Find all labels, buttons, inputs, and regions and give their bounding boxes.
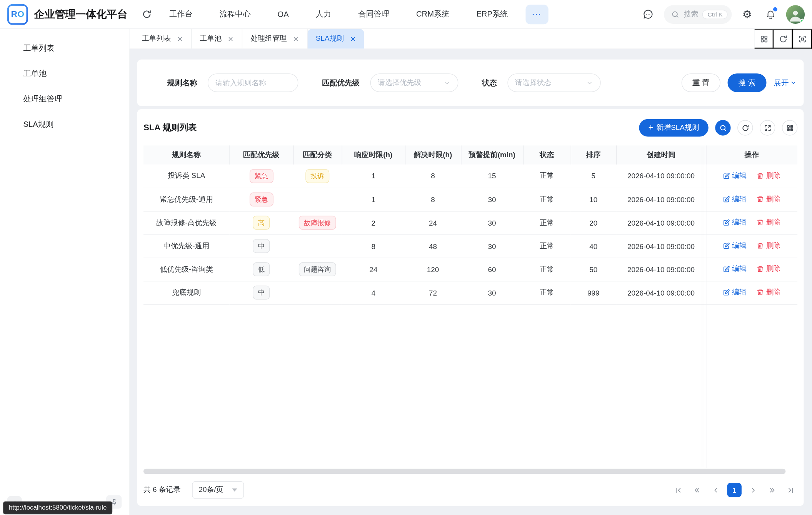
gear-icon[interactable]: ⚙ [739, 6, 755, 23]
refresh-icon[interactable] [139, 6, 155, 22]
trash-icon [757, 242, 764, 249]
tab[interactable]: 处理组管理 ✕ [242, 29, 308, 48]
next-5-pages-icon[interactable] [764, 483, 779, 497]
delete-button[interactable]: 删除 [757, 241, 781, 250]
main-nav: 工作台 流程中心 OA 人力 合同管理 CRM系统 ERP系统 [169, 9, 508, 19]
edit-button[interactable]: 编辑 [723, 288, 747, 297]
delete-button[interactable]: 删除 [757, 194, 781, 204]
table-search-icon[interactable] [715, 120, 730, 135]
delete-button[interactable]: 删除 [757, 264, 781, 274]
edit-button[interactable]: 编辑 [723, 194, 747, 204]
global-search[interactable]: 搜索 Ctrl K [664, 5, 732, 23]
edit-icon [723, 196, 730, 203]
tab[interactable]: SLA规则 ✕ [307, 29, 364, 48]
page-size-select[interactable]: 20条/页 [192, 481, 244, 499]
refresh-tab-icon[interactable] [774, 29, 793, 48]
cell-priority: 中 [229, 234, 293, 258]
cell-status: 正常 [523, 211, 571, 234]
nav-item[interactable]: 人力 [316, 9, 331, 19]
table-row: 中优先级-通用 中 8 48 30 正常 40 2026-04-10 09:00… [143, 234, 797, 258]
sla-rules-table: 规则名称 匹配优先级 匹配分类 响应时限(h) 解决时限(h) 预警提前(min… [143, 145, 797, 304]
delete-button[interactable]: 删除 [757, 171, 781, 180]
expand-toggle[interactable]: 展开 [774, 78, 796, 88]
avatar[interactable] [786, 5, 805, 23]
cell-priority: 紧急 [229, 164, 293, 188]
cell-priority: 紧急 [229, 188, 293, 211]
nav-item[interactable]: 工作台 [169, 9, 193, 19]
first-page-icon[interactable] [671, 483, 686, 497]
next-page-icon[interactable] [746, 483, 760, 497]
cell-warn-min: 30 [461, 211, 523, 234]
sidebar-item[interactable]: 处理组管理 [0, 88, 129, 110]
logo-text: RO [11, 9, 24, 20]
cell-order: 999 [571, 281, 616, 304]
edit-button[interactable]: 编辑 [723, 264, 747, 274]
cell-resolve-h: 8 [405, 188, 461, 211]
scrollbar-thumb[interactable] [143, 469, 785, 474]
cell-category: 投诉 [293, 164, 342, 188]
cell-actions: 编辑 删除 [706, 188, 797, 211]
tab[interactable]: 工单池 ✕ [192, 29, 242, 48]
delete-button[interactable]: 删除 [757, 288, 781, 297]
toolbar-actions: + 新增SLA规则 [639, 119, 798, 137]
sidebar: 工单列表 工单池 处理组管理 SLA规则 « [0, 29, 130, 515]
edit-button[interactable]: 编辑 [723, 218, 747, 227]
nav-item[interactable]: ERP系统 [476, 9, 508, 19]
tab-label: 工单列表 [142, 34, 171, 43]
cell-created: 2026-04-10 09:00:00 [616, 258, 706, 281]
status-label: 状态 [482, 78, 497, 88]
tab-close-icon[interactable]: ✕ [293, 35, 299, 42]
status-select[interactable]: 请选择状态 [507, 73, 600, 92]
table-fullscreen-icon[interactable] [760, 120, 775, 135]
col-header: 排序 [571, 145, 616, 164]
cell-status: 正常 [523, 258, 571, 281]
reset-button[interactable]: 重 置 [682, 73, 720, 92]
edit-label: 编辑 [732, 194, 747, 204]
trash-icon [757, 266, 764, 273]
grid-view-icon[interactable] [755, 29, 774, 48]
table-refresh-icon[interactable] [737, 120, 753, 135]
cell-category [293, 281, 342, 304]
nav-more-button[interactable]: ··· [525, 4, 548, 24]
cell-category [293, 188, 342, 211]
tab-close-icon[interactable]: ✕ [350, 35, 356, 42]
status-placeholder: 请选择状态 [515, 78, 551, 87]
pagination: 1 [671, 483, 797, 497]
cell-order: 40 [571, 234, 616, 258]
cell-response-h: 8 [342, 234, 405, 258]
nav-item[interactable]: 流程中心 [220, 9, 251, 19]
priority-select[interactable]: 请选择优先级 [370, 73, 458, 92]
delete-label: 删除 [766, 241, 781, 250]
column-settings-icon[interactable] [782, 120, 797, 135]
chat-icon[interactable] [640, 6, 657, 23]
page-number-current[interactable]: 1 [727, 483, 742, 497]
last-page-icon[interactable] [783, 483, 798, 497]
cell-resolve-h: 120 [405, 258, 461, 281]
edit-button[interactable]: 编辑 [723, 241, 747, 250]
cell-warn-min: 30 [461, 281, 523, 304]
tab[interactable]: 工单列表 ✕ [133, 29, 192, 48]
fullscreen-icon[interactable] [793, 29, 812, 48]
priority-badge: 紧急 [249, 169, 273, 183]
sidebar-item[interactable]: SLA规则 [0, 113, 129, 135]
delete-button[interactable]: 删除 [757, 218, 781, 227]
status-url-tooltip: http://localhost:5800/ticket/sla-rule [3, 502, 112, 515]
table-area: 规则名称 匹配优先级 匹配分类 响应时限(h) 解决时限(h) 预警提前(min… [143, 145, 797, 468]
prev-5-pages-icon[interactable] [690, 483, 704, 497]
sidebar-item[interactable]: 工单池 [0, 62, 129, 85]
search-button[interactable]: 搜 索 [727, 73, 766, 92]
nav-item[interactable]: 合同管理 [358, 9, 389, 19]
tab-close-icon[interactable]: ✕ [177, 35, 183, 42]
tab-close-icon[interactable]: ✕ [228, 35, 233, 42]
bell-icon[interactable] [762, 6, 779, 22]
horizontal-scrollbar [143, 468, 797, 474]
cell-resolve-h: 48 [405, 234, 461, 258]
prev-page-icon[interactable] [709, 483, 723, 497]
nav-item[interactable]: OA [278, 10, 289, 19]
add-sla-rule-button[interactable]: + 新增SLA规则 [639, 119, 709, 137]
delete-label: 删除 [766, 194, 781, 204]
sidebar-item[interactable]: 工单列表 [0, 37, 129, 60]
nav-item[interactable]: CRM系统 [416, 9, 449, 19]
rule-name-input[interactable] [208, 73, 298, 92]
edit-button[interactable]: 编辑 [723, 171, 747, 180]
